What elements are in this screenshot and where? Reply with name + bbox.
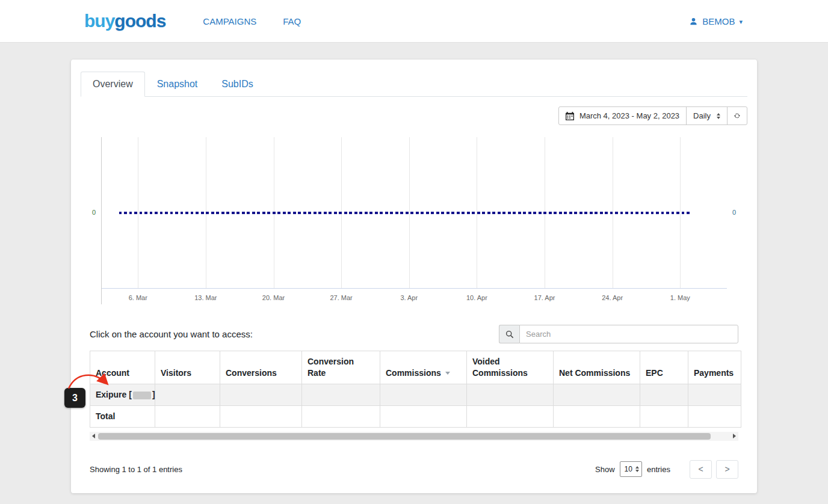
y-axis-label-right: 0 <box>732 209 736 216</box>
granularity-select[interactable]: Daily <box>686 106 728 125</box>
accounts-section: Click on the account you want to access: <box>90 325 738 479</box>
search-box <box>499 325 738 343</box>
x-axis-label: 13. Mar <box>194 294 217 301</box>
sort-desc-icon <box>445 372 450 375</box>
col-net-commissions[interactable]: Net Commissions <box>554 351 640 384</box>
top-navbar: buygoods CAMPAIGNS FAQ BEMOB ▾ <box>0 0 828 43</box>
redacted-value <box>133 392 151 399</box>
prev-page-button[interactable]: < <box>690 460 712 479</box>
empty-cell <box>688 384 741 405</box>
col-conversions[interactable]: Conversions <box>220 351 302 384</box>
tab-bar: Overview Snapshot SubIDs <box>81 72 747 97</box>
empty-cell <box>220 405 302 427</box>
x-axis-label: 20. Mar <box>262 294 285 301</box>
chart-controls: March 4, 2023 - May 2, 2023 Daily <box>81 106 747 125</box>
col-commissions-label: Commissions <box>386 368 441 378</box>
x-axis-label: 27. Mar <box>330 294 352 301</box>
x-axis-line <box>102 288 727 289</box>
buygoods-logo: buygoods <box>84 12 165 30</box>
col-voided-commissions[interactable]: Voided Commissions <box>467 351 554 384</box>
calendar-icon <box>566 112 574 120</box>
entries-label: entries <box>647 465 670 474</box>
logo-text-buy: buy <box>84 11 114 31</box>
account-link-exipure[interactable]: Exipure [] <box>90 384 155 405</box>
empty-cell <box>220 384 302 405</box>
empty-cell <box>467 405 554 427</box>
user-icon <box>689 17 698 26</box>
caret-down-icon: ▾ <box>739 18 743 26</box>
empty-cell <box>688 405 741 427</box>
accounts-table: Account Visitors Conversions Conversion … <box>90 351 741 428</box>
page: buygoods CAMPAIGNS FAQ BEMOB ▾ Overview … <box>0 0 828 504</box>
granularity-value: Daily <box>693 111 711 120</box>
spinner-arrows-icon <box>635 466 639 472</box>
nav-faq[interactable]: FAQ <box>283 16 301 26</box>
account-name-prefix: Exipure [ <box>96 390 132 399</box>
nav-campaigns[interactable]: CAMPAIGNS <box>203 16 256 26</box>
next-page-button[interactable]: > <box>716 460 738 479</box>
dashboard-card: Overview Snapshot SubIDs March 4, 2023 -… <box>71 60 757 493</box>
table-row-total: Total <box>90 405 741 427</box>
x-axis-label: 1. May <box>670 294 690 301</box>
series-line <box>119 212 690 214</box>
col-epc[interactable]: EPC <box>640 351 688 384</box>
table-header-row: Account Visitors Conversions Conversion … <box>90 351 741 384</box>
table-footer: Showing 1 to 1 of 1 entries Show 10 entr… <box>90 460 738 479</box>
empty-cell <box>554 405 640 427</box>
empty-cell <box>155 384 220 405</box>
table-row-exipure[interactable]: Exipure [] <box>90 384 741 405</box>
search-addon <box>499 325 519 343</box>
x-axis-label: 6. Mar <box>129 294 147 301</box>
empty-cell <box>467 384 554 405</box>
select-arrows-icon <box>717 113 720 119</box>
empty-cell <box>380 405 467 427</box>
horizontal-scrollbar[interactable] <box>90 432 738 441</box>
empty-cell <box>640 405 688 427</box>
logo-text-goods: goods <box>114 11 165 31</box>
x-axis-label: 3. Apr <box>400 294 418 301</box>
table-intro: Click on the account you want to access: <box>90 329 253 339</box>
user-name: BEMOB <box>702 16 735 26</box>
x-axis-label: 10. Apr <box>466 294 487 301</box>
chart-plot-area: 6. Mar 13. Mar 20. Mar 27. Mar 3. Apr 10… <box>101 137 727 304</box>
refresh-icon <box>734 111 740 120</box>
col-conversion-rate[interactable]: Conversion Rate <box>302 351 380 384</box>
empty-cell <box>640 384 688 405</box>
empty-cell <box>380 384 467 405</box>
scroll-left-arrow-icon[interactable] <box>92 434 95 438</box>
y-axis-label-left: 0 <box>92 209 96 216</box>
empty-cell <box>302 384 380 405</box>
col-visitors[interactable]: Visitors <box>155 351 220 384</box>
account-name-suffix: ] <box>152 390 155 399</box>
y-axis-right: 0 <box>727 137 747 304</box>
date-range-value: March 4, 2023 - May 2, 2023 <box>579 111 679 120</box>
show-label: Show <box>595 465 615 474</box>
y-axis-left: 0 <box>81 137 101 304</box>
col-payments[interactable]: Payments <box>688 351 741 384</box>
col-commissions[interactable]: Commissions <box>380 351 467 384</box>
search-icon <box>505 330 514 339</box>
user-menu[interactable]: BEMOB ▾ <box>689 16 743 26</box>
page-size-input[interactable]: 10 <box>620 461 642 477</box>
tab-subids[interactable]: SubIDs <box>209 72 265 97</box>
traffic-chart: 0 6. Mar 13. Mar 20. Mar 27. Mar 3. Apr <box>81 137 747 304</box>
tab-overview[interactable]: Overview <box>81 72 145 97</box>
main-nav: CAMPAIGNS FAQ <box>203 16 301 26</box>
date-range-control[interactable]: March 4, 2023 - May 2, 2023 <box>558 106 687 125</box>
entries-info: Showing 1 to 1 of 1 entries <box>90 465 182 474</box>
search-input[interactable] <box>519 325 738 343</box>
annotation-step-badge: 3 <box>64 388 85 408</box>
tab-snapshot[interactable]: Snapshot <box>145 72 210 97</box>
scroll-right-arrow-icon[interactable] <box>733 434 736 438</box>
x-axis-label: 24. Apr <box>602 294 623 301</box>
empty-cell <box>155 405 220 427</box>
refresh-button[interactable] <box>727 106 747 125</box>
empty-cell <box>302 405 380 427</box>
page-size-value: 10 <box>625 465 632 473</box>
total-label: Total <box>90 405 155 427</box>
pagination: < > <box>690 460 738 479</box>
scrollbar-thumb[interactable] <box>98 433 711 440</box>
empty-cell <box>554 384 640 405</box>
x-axis-label: 17. Apr <box>534 294 555 301</box>
col-account[interactable]: Account <box>90 351 155 384</box>
